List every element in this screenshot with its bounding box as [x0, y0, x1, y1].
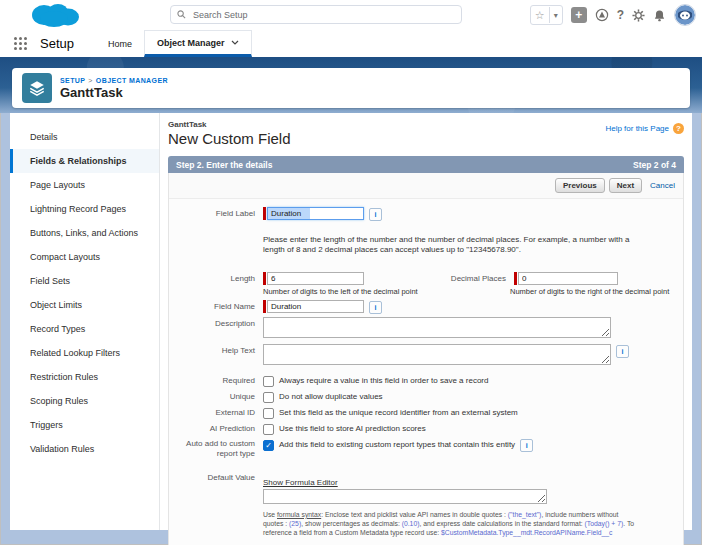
- description-row: Description: [171, 317, 677, 338]
- breadcrumb[interactable]: SETUP>OBJECT MANAGER: [60, 77, 168, 84]
- external-id-checkbox-row: External ID Set this field as the unique…: [171, 407, 677, 419]
- step-header-bar: Step 2. Enter the details Step 2 of 4: [168, 156, 684, 173]
- help-text-row: Help Text i: [171, 344, 677, 365]
- header-icons: ☆ ▾ + ?: [530, 0, 696, 30]
- previous-button[interactable]: Previous: [555, 178, 605, 193]
- tab-object-manager[interactable]: Object Manager: [144, 30, 252, 57]
- show-formula-editor-link[interactable]: Show Formula Editor: [263, 478, 338, 487]
- help-for-page-link[interactable]: Help for this Page: [605, 124, 669, 133]
- field-label-input[interactable]: [267, 207, 364, 220]
- required-label: Required: [171, 375, 255, 386]
- main-panel: GanttTask New Custom Field Help for this…: [160, 113, 692, 530]
- external-id-checkbox[interactable]: [263, 408, 274, 419]
- global-header: ☆ ▾ + ?: [0, 0, 702, 30]
- auto-add-report-checkbox-text: Add this field to existing custom report…: [279, 439, 515, 449]
- search-input[interactable]: [191, 9, 455, 21]
- hint-text: $CustomMetadata.Type__mdt.RecordAPIName.…: [441, 529, 613, 536]
- breadcrumb-separator: >: [88, 77, 93, 84]
- auto-add-report-checkbox-row: Auto add to custom report type ✓ Add thi…: [171, 439, 677, 459]
- setup-gear-icon[interactable]: [632, 9, 645, 22]
- notifications-bell-icon[interactable]: [653, 9, 666, 22]
- info-icon[interactable]: i: [369, 301, 382, 314]
- sidebar-item-field-sets[interactable]: Field Sets: [10, 269, 159, 293]
- hint-text: Use: [263, 511, 277, 518]
- sidebar-item-page-layouts[interactable]: Page Layouts: [10, 173, 159, 197]
- content-area: DetailsFields & RelationshipsPage Layout…: [10, 113, 692, 530]
- unique-label: Unique: [171, 391, 255, 402]
- length-label: Length: [171, 272, 255, 284]
- field-name-input[interactable]: [267, 300, 364, 313]
- length-input[interactable]: [267, 272, 364, 285]
- favorites-group: ☆ ▾: [530, 5, 563, 25]
- info-icon[interactable]: i: [369, 208, 382, 221]
- decimal-places-help-text: Number of digits to the right of the dec…: [510, 287, 669, 296]
- description-textarea[interactable]: [263, 317, 611, 338]
- breadcrumb-setup[interactable]: SETUP: [60, 77, 85, 84]
- quick-add-icon[interactable]: +: [571, 7, 587, 23]
- field-label-label: Field Label: [171, 207, 255, 219]
- hint-text: ("the_text"): [508, 511, 542, 518]
- info-icon[interactable]: i: [520, 439, 533, 452]
- next-button[interactable]: Next: [609, 178, 642, 193]
- guidance-center-icon[interactable]: [595, 8, 609, 22]
- chevron-down-icon: [231, 40, 239, 45]
- app-launcher-icon[interactable]: [14, 37, 28, 51]
- length-decimal-row: Length Decimal Places: [171, 272, 677, 285]
- required-checkbox[interactable]: [263, 376, 274, 387]
- sidebar-item-scoping-rules[interactable]: Scoping Rules: [10, 389, 159, 413]
- hint-text: (Today() + 7): [585, 520, 624, 527]
- tab-home[interactable]: Home: [96, 30, 144, 57]
- required-indicator: [263, 272, 266, 285]
- form-panel: Previous Next Cancel Field Label i: [168, 173, 684, 545]
- hint-text: (0.10): [402, 520, 420, 527]
- step-title: Step 2. Enter the details: [176, 160, 272, 170]
- required-indicator: [514, 272, 517, 285]
- sidebar-item-record-types[interactable]: Record Types: [10, 317, 159, 341]
- auto-add-report-checkbox[interactable]: ✓: [263, 440, 274, 451]
- unique-checkbox-text: Do not allow duplicate values: [279, 391, 383, 401]
- object-manager-sidebar: DetailsFields & RelationshipsPage Layout…: [10, 113, 160, 530]
- breadcrumb-object-manager[interactable]: OBJECT MANAGER: [96, 77, 168, 84]
- user-avatar[interactable]: [674, 4, 696, 26]
- help-question-icon[interactable]: ?: [673, 123, 684, 134]
- unique-checkbox[interactable]: [263, 392, 274, 403]
- info-icon[interactable]: i: [616, 345, 629, 358]
- favorites-caret-icon[interactable]: ▾: [550, 11, 562, 20]
- sidebar-item-buttons-links-and-actions[interactable]: Buttons, Links, and Actions: [10, 221, 159, 245]
- top-button-row: Previous Next Cancel: [169, 173, 683, 199]
- sidebar-item-restriction-rules[interactable]: Restriction Rules: [10, 365, 159, 389]
- sidebar-item-fields-relationships[interactable]: Fields & Relationships: [10, 149, 159, 173]
- sidebar-item-details[interactable]: Details: [10, 125, 159, 149]
- search-setup-box: [170, 5, 462, 24]
- formula-syntax-link[interactable]: formula syntax: [277, 511, 321, 518]
- hint-text: , show percentages as decimals:: [301, 520, 402, 527]
- sidebar-item-related-lookup-filters[interactable]: Related Lookup Filters: [10, 341, 159, 365]
- intro-row: Please enter the length of the number an…: [171, 235, 677, 256]
- required-checkbox-text: Always require a value in this field in …: [279, 375, 488, 385]
- length-help-text: Number of digits to the left of the deci…: [263, 287, 510, 296]
- sidebar-item-triggers[interactable]: Triggers: [10, 413, 159, 437]
- cancel-link[interactable]: Cancel: [650, 181, 675, 190]
- description-label: Description: [171, 317, 255, 329]
- favorites-star-icon[interactable]: ☆: [531, 7, 549, 23]
- banner-card: SETUP>OBJECT MANAGER GanttTask: [12, 68, 690, 108]
- decimal-places-input[interactable]: [518, 272, 618, 285]
- search-icon: [177, 10, 186, 19]
- help-text-textarea[interactable]: [263, 344, 611, 365]
- ai-prediction-checkbox[interactable]: [263, 424, 274, 435]
- sidebar-item-object-limits[interactable]: Object Limits: [10, 293, 159, 317]
- setup-nav-bar: Setup Home Object Manager: [0, 30, 702, 57]
- number-intro-text: Please enter the length of the number an…: [263, 235, 645, 256]
- hint-text: , and express date calculations in the s…: [419, 520, 584, 527]
- sidebar-item-lightning-record-pages[interactable]: Lightning Record Pages: [10, 197, 159, 221]
- help-text-label: Help Text: [171, 344, 255, 356]
- field-label-row: Field Label i: [171, 207, 677, 221]
- sidebar-item-compact-layouts[interactable]: Compact Layouts: [10, 245, 159, 269]
- sidebar-item-validation-rules[interactable]: Validation Rules: [10, 437, 159, 461]
- ai-prediction-checkbox-row: AI Prediction Use this field to store AI…: [171, 423, 677, 435]
- custom-object-icon: [22, 73, 52, 103]
- hint-text: : Enclose text and picklist value API na…: [321, 511, 508, 518]
- step-indicator: Step 2 of 4: [633, 160, 676, 170]
- help-icon[interactable]: ?: [617, 8, 624, 22]
- default-value-textarea[interactable]: [263, 489, 547, 504]
